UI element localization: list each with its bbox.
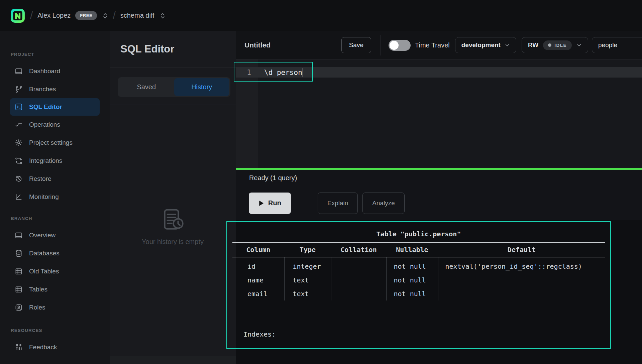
result-table: Column Type Collation Nullable Default i… bbox=[232, 242, 605, 300]
action-bar: Run Explain Analyze bbox=[236, 186, 642, 220]
sidebar-item-operations[interactable]: Operations bbox=[0, 116, 110, 134]
org-name[interactable]: Alex Lopez bbox=[37, 12, 71, 19]
table-row: id integer not null nextval('person_id_s… bbox=[232, 259, 605, 273]
text-cursor bbox=[303, 68, 304, 77]
compute-selector[interactable]: RW IDLE bbox=[522, 37, 588, 53]
operations-icon bbox=[15, 121, 23, 129]
compute-status-badge: IDLE bbox=[543, 40, 572, 50]
tab-history[interactable]: History bbox=[174, 78, 230, 96]
time-travel-label: Time Travel bbox=[415, 41, 450, 49]
sidebar-item-old-tables[interactable]: Old Tables bbox=[0, 262, 110, 280]
database-icon bbox=[15, 249, 23, 257]
editor-pane: Untitled Save Time Travel development RW… bbox=[236, 31, 642, 364]
editor-header: Untitled Save Time Travel development RW… bbox=[236, 31, 642, 59]
sidebar-item-dashboard[interactable]: Dashboard bbox=[0, 62, 110, 80]
sidebar-section-project: PROJECT bbox=[11, 52, 110, 57]
chevron-down-icon bbox=[576, 42, 582, 48]
time-travel-group: Time Travel bbox=[389, 40, 450, 51]
toggle-knob bbox=[390, 41, 399, 50]
line-number: 1 bbox=[236, 69, 258, 77]
table-row: name text not null bbox=[232, 273, 605, 287]
history-empty-state: Your history is empty bbox=[110, 207, 236, 246]
app-root: / Alex Lopez FREE / schema diff PROJECT … bbox=[0, 0, 642, 364]
sidebar-section-resources: RESOURCES bbox=[11, 328, 110, 333]
integrations-icon bbox=[15, 157, 23, 165]
column-header: Type bbox=[284, 242, 331, 257]
table-grid-icon bbox=[15, 267, 23, 275]
panel-footer bbox=[110, 356, 236, 364]
header-divider bbox=[380, 35, 381, 55]
breadcrumb-slash: / bbox=[30, 10, 33, 21]
sidebar-item-restore[interactable]: Restore bbox=[0, 170, 110, 188]
sidebar-item-roles[interactable]: Roles bbox=[0, 298, 110, 317]
sidebar: PROJECT Dashboard Branches SQL Editor Op… bbox=[0, 31, 110, 364]
settings-gear-icon bbox=[15, 139, 23, 147]
column-header: Column bbox=[232, 242, 284, 257]
table-row: email text not null bbox=[232, 287, 605, 300]
project-name[interactable]: schema diff bbox=[120, 12, 154, 19]
saved-history-tabs: Saved History bbox=[118, 77, 230, 97]
feedback-people-icon bbox=[15, 343, 23, 351]
column-header: Default bbox=[438, 242, 605, 257]
page-title: SQL Editor bbox=[120, 43, 174, 55]
panel-header: SQL Editor bbox=[110, 31, 236, 68]
save-button[interactable]: Save bbox=[341, 37, 371, 53]
plan-badge: FREE bbox=[75, 11, 97, 20]
neon-logo-icon[interactable] bbox=[10, 8, 25, 23]
tab-saved[interactable]: Saved bbox=[119, 78, 174, 96]
column-header: Collation bbox=[331, 242, 386, 257]
sidebar-item-integrations[interactable]: Integrations bbox=[0, 152, 110, 170]
top-bar: / Alex Lopez FREE / schema diff bbox=[0, 0, 642, 31]
sidebar-item-feedback[interactable]: Feedback bbox=[0, 338, 110, 356]
result-table-title: Table "public.person" bbox=[226, 230, 611, 238]
column-header: Nullable bbox=[386, 242, 438, 257]
sidebar-item-sql-editor[interactable]: SQL Editor bbox=[10, 98, 100, 116]
active-code-line[interactable]: 1 \d person bbox=[236, 67, 642, 78]
indexes-label: Indexes: bbox=[243, 328, 469, 341]
action-divider bbox=[304, 193, 304, 214]
sql-editor-icon bbox=[15, 103, 23, 111]
query-tab-title: Untitled bbox=[244, 41, 271, 49]
chevron-down-icon bbox=[505, 42, 510, 48]
tabs-container: Saved History bbox=[110, 68, 236, 105]
database-selector[interactable]: people bbox=[592, 37, 642, 53]
indexes-block: Indexes: "person_pkey" PRIMARY KEY, btre… bbox=[243, 303, 469, 364]
code-editor[interactable]: 1 \d person bbox=[236, 59, 642, 168]
roles-user-icon bbox=[15, 304, 23, 312]
result-header-row: Column Type Collation Nullable Default bbox=[232, 242, 605, 257]
sidebar-item-branches[interactable]: Branches bbox=[0, 80, 110, 98]
sidebar-item-project-settings[interactable]: Project settings bbox=[0, 134, 110, 152]
code-text: \d person bbox=[258, 69, 302, 77]
status-bar: Ready (1 query) bbox=[236, 170, 642, 186]
sidebar-item-monitoring[interactable]: Monitoring bbox=[0, 188, 110, 206]
project-switcher-icon[interactable] bbox=[160, 12, 166, 19]
spacer-row bbox=[232, 257, 605, 259]
query-results: Table "public.person" Column Type Collat… bbox=[236, 220, 642, 364]
sidebar-item-overview[interactable]: Overview bbox=[0, 226, 110, 244]
analyze-button[interactable]: Analyze bbox=[362, 193, 405, 214]
status-dot-icon bbox=[548, 43, 551, 47]
org-switcher-icon[interactable] bbox=[102, 12, 108, 19]
status-text: Ready (1 query) bbox=[249, 174, 297, 182]
history-empty-icon bbox=[160, 207, 186, 233]
dashboard-icon bbox=[15, 67, 23, 75]
compute-type: RW bbox=[528, 41, 538, 49]
explain-button[interactable]: Explain bbox=[318, 193, 358, 214]
monitoring-chart-icon bbox=[15, 193, 23, 201]
table-grid-icon bbox=[15, 285, 23, 293]
restore-clock-icon bbox=[15, 175, 23, 183]
sidebar-section-branch: BRANCH bbox=[11, 216, 110, 221]
sidebar-item-databases[interactable]: Databases bbox=[0, 244, 110, 262]
overview-icon bbox=[15, 231, 23, 239]
time-travel-toggle[interactable] bbox=[389, 40, 411, 51]
run-button[interactable]: Run bbox=[249, 193, 291, 214]
sidebar-item-tables[interactable]: Tables bbox=[0, 280, 110, 298]
breadcrumb-slash: / bbox=[113, 10, 115, 21]
branch-selector[interactable]: development bbox=[455, 37, 516, 53]
sql-editor-panel: SQL Editor Saved History Your history is… bbox=[110, 31, 236, 364]
play-icon bbox=[258, 200, 264, 206]
branches-icon bbox=[15, 85, 23, 93]
history-empty-text: Your history is empty bbox=[110, 238, 236, 246]
